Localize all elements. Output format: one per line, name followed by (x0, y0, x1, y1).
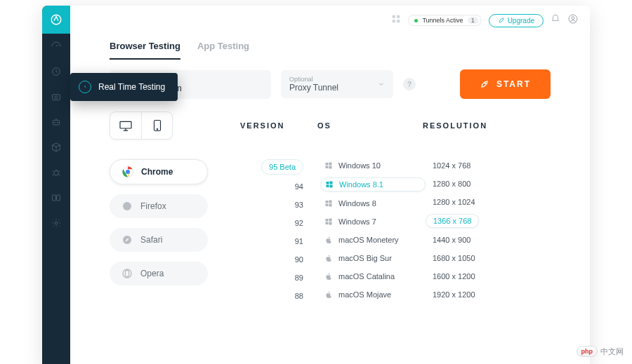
browser-option-firefox[interactable]: Firefox (110, 194, 208, 218)
tunnels-count: 1 (468, 17, 478, 24)
version-option[interactable]: 90 (295, 253, 303, 266)
main-panel: Tunnels Active 1 Upgrade Browser Testing… (70, 6, 590, 364)
sidebar-flyout-realtime[interactable]: Real Time Testing (70, 73, 178, 101)
svg-rect-36 (329, 201, 332, 203)
resolution-list: 1024 x 7681280 x 8001280 x 10241366 x 76… (426, 159, 551, 302)
version-option[interactable]: 91 (295, 235, 303, 248)
notification-icon[interactable] (551, 14, 560, 27)
tab-browser-testing[interactable]: Browser Testing (110, 36, 180, 60)
browser-option-chrome[interactable]: Chrome (110, 159, 208, 184)
proxy-select[interactable]: Optional Proxy Tunnel (281, 70, 393, 98)
os-option[interactable]: Windows 7 (320, 215, 426, 228)
svg-rect-14 (397, 20, 400, 22)
user-icon[interactable] (567, 13, 579, 27)
firefox-icon (121, 200, 133, 213)
rail-settings-icon[interactable] (42, 210, 70, 236)
device-toggle (110, 112, 173, 140)
header-os: OS (317, 121, 423, 130)
resolution-option[interactable]: 1600 x 1200 (426, 270, 482, 283)
rail-realtime-icon[interactable] (42, 59, 70, 84)
svg-rect-9 (57, 195, 60, 201)
svg-rect-31 (327, 182, 329, 184)
os-option[interactable]: Windows 10 (320, 159, 426, 172)
proxy-label: Optional (289, 76, 371, 83)
resolution-option[interactable]: 1280 x 800 (426, 177, 478, 190)
watermark-badge: php (577, 346, 598, 357)
rail-screenshot-icon[interactable] (42, 84, 70, 109)
svg-rect-13 (393, 20, 395, 22)
version-option[interactable]: 94 (295, 180, 303, 193)
version-option[interactable]: 92 (295, 217, 303, 229)
resolution-option[interactable]: 1920 x 1200 (426, 288, 482, 301)
os-option[interactable]: macOS Mojave (320, 288, 426, 301)
resolution-option[interactable]: 1280 x 1024 (426, 196, 482, 208)
browser-option-safari[interactable]: Safari (110, 228, 208, 252)
svg-rect-18 (120, 121, 131, 128)
apps-grid-icon[interactable] (391, 14, 401, 27)
version-option[interactable]: 88 (295, 290, 303, 302)
svg-rect-30 (329, 166, 332, 169)
device-header-row: VERSION OS RESOLUTION (70, 106, 590, 145)
os-option[interactable]: macOS Monetery (320, 234, 426, 246)
windows-icon (325, 180, 334, 189)
rocket-icon (498, 17, 505, 24)
topbar: Tunnels Active 1 Upgrade (70, 6, 590, 35)
watermark-text: 中文网 (600, 346, 624, 357)
chrome-icon (121, 166, 134, 178)
version-option[interactable]: 89 (295, 271, 303, 284)
resolution-option[interactable]: 1680 x 1050 (426, 252, 482, 264)
windows-icon (324, 217, 333, 226)
svg-rect-37 (326, 204, 329, 207)
svg-rect-38 (329, 204, 332, 207)
version-list: 95 Beta94939291908988 (243, 159, 320, 302)
svg-point-20 (157, 129, 158, 130)
os-option[interactable]: Windows 8.1 (320, 177, 426, 191)
rail-robot-icon[interactable] (42, 109, 70, 135)
device-desktop[interactable] (110, 112, 141, 139)
rocket-icon (480, 79, 489, 89)
svg-rect-19 (154, 121, 160, 131)
svg-point-22 (126, 170, 130, 174)
upgrade-button[interactable]: Upgrade (489, 14, 544, 27)
flyout-label: Real Time Testing (98, 82, 165, 92)
version-option[interactable]: 95 Beta (261, 159, 303, 175)
svg-rect-11 (393, 15, 395, 18)
rail-cube-icon[interactable] (42, 135, 70, 160)
svg-rect-40 (329, 219, 332, 222)
tunnels-label: Tunnels Active (422, 17, 463, 24)
version-option[interactable]: 93 (295, 198, 303, 211)
tunnels-badge[interactable]: Tunnels Active 1 (408, 15, 481, 26)
svg-rect-8 (53, 195, 56, 201)
help-icon[interactable]: ? (403, 78, 416, 90)
resolution-option[interactable]: 1366 x 768 (426, 214, 479, 228)
chevron-down-icon (378, 78, 385, 90)
resolution-option[interactable]: 1024 x 768 (426, 159, 478, 172)
rail-dashboard-icon[interactable] (42, 34, 70, 59)
svg-rect-34 (330, 185, 333, 188)
windows-icon (324, 161, 333, 170)
svg-rect-2 (53, 95, 60, 100)
svg-point-5 (54, 122, 55, 123)
opera-icon (121, 267, 133, 280)
svg-point-3 (55, 96, 58, 99)
status-dot-icon (414, 19, 418, 22)
start-button[interactable]: START (460, 69, 551, 99)
resolution-option[interactable]: 1440 x 900 (426, 234, 478, 246)
svg-point-7 (54, 170, 59, 175)
windows-icon (324, 199, 333, 208)
rail-integrations-icon[interactable] (42, 185, 70, 210)
apple-icon (324, 236, 333, 244)
device-mobile[interactable] (141, 112, 172, 139)
browser-option-opera[interactable]: Opera (110, 262, 208, 285)
apple-icon (324, 254, 333, 262)
svg-rect-41 (326, 222, 329, 225)
svg-rect-4 (53, 120, 59, 125)
os-option[interactable]: Windows 8 (320, 197, 426, 210)
tab-app-testing[interactable]: App Testing (197, 36, 249, 60)
logo-tile[interactable] (42, 6, 70, 34)
rail-bug-icon[interactable] (42, 160, 70, 185)
os-option[interactable]: macOS Catalina (320, 270, 426, 283)
svg-rect-32 (330, 182, 333, 184)
os-option[interactable]: macOS Big Sur (320, 252, 426, 264)
svg-rect-28 (329, 163, 332, 166)
